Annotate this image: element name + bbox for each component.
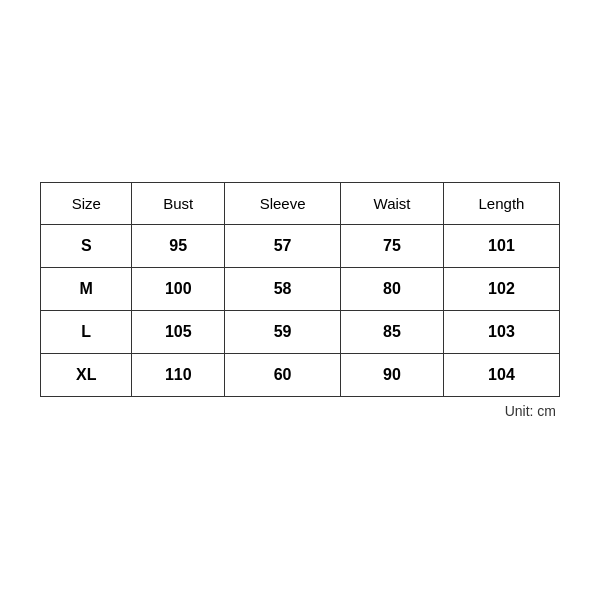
unit-label: Unit: cm bbox=[505, 403, 560, 419]
cell-length: 102 bbox=[443, 267, 559, 310]
table-row: S955775101 bbox=[41, 224, 560, 267]
size-chart-container: Size Bust Sleeve Waist Length S955775101… bbox=[40, 182, 560, 419]
cell-size: L bbox=[41, 310, 132, 353]
cell-bust: 105 bbox=[132, 310, 225, 353]
cell-bust: 110 bbox=[132, 353, 225, 396]
table-row: XL1106090104 bbox=[41, 353, 560, 396]
header-sleeve: Sleeve bbox=[225, 182, 341, 224]
cell-waist: 80 bbox=[341, 267, 444, 310]
cell-size: XL bbox=[41, 353, 132, 396]
cell-sleeve: 58 bbox=[225, 267, 341, 310]
cell-length: 103 bbox=[443, 310, 559, 353]
header-size: Size bbox=[41, 182, 132, 224]
table-row: M1005880102 bbox=[41, 267, 560, 310]
table-row: L1055985103 bbox=[41, 310, 560, 353]
size-chart-table: Size Bust Sleeve Waist Length S955775101… bbox=[40, 182, 560, 397]
cell-bust: 100 bbox=[132, 267, 225, 310]
cell-sleeve: 57 bbox=[225, 224, 341, 267]
cell-waist: 85 bbox=[341, 310, 444, 353]
cell-sleeve: 60 bbox=[225, 353, 341, 396]
header-bust: Bust bbox=[132, 182, 225, 224]
header-length: Length bbox=[443, 182, 559, 224]
cell-waist: 75 bbox=[341, 224, 444, 267]
header-waist: Waist bbox=[341, 182, 444, 224]
cell-waist: 90 bbox=[341, 353, 444, 396]
cell-length: 104 bbox=[443, 353, 559, 396]
cell-size: S bbox=[41, 224, 132, 267]
cell-sleeve: 59 bbox=[225, 310, 341, 353]
table-header-row: Size Bust Sleeve Waist Length bbox=[41, 182, 560, 224]
cell-bust: 95 bbox=[132, 224, 225, 267]
cell-size: M bbox=[41, 267, 132, 310]
cell-length: 101 bbox=[443, 224, 559, 267]
